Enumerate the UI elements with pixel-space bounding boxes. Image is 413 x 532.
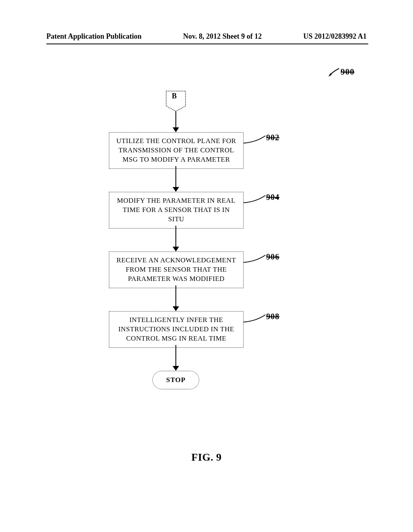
arrow-3-line [175, 226, 176, 247]
arrow-4-head [173, 306, 179, 311]
leader-906 [244, 254, 266, 263]
leader-908 [244, 314, 266, 323]
arrow-2-head [173, 187, 179, 192]
arrow-4-line [175, 285, 176, 307]
figure-label: FIG. 9 [0, 451, 413, 463]
ref-900-number: 900 [341, 67, 355, 77]
page-header: Patent Application Publication Nov. 8, 2… [0, 32, 413, 41]
step-902-box: UTILIZE THE CONTROL PLANE FOR TRANSMISSI… [109, 132, 244, 169]
arrow-3-head [173, 247, 179, 251]
step-906-box: RECEIVE AN ACKNOWLEDGEMENT FROM THE SENS… [109, 251, 244, 288]
step-904-box: MODIFY THE PARAMETER IN REAL TIME FOR A … [109, 192, 244, 229]
ref-902: 902 [266, 133, 280, 142]
header-right: US 2012/0283992 A1 [303, 32, 367, 41]
header-center: Nov. 8, 2012 Sheet 9 of 12 [183, 32, 262, 41]
ref-906: 906 [266, 252, 280, 262]
figure-reference-900: 900 [327, 67, 355, 77]
leader-904 [244, 195, 266, 204]
arrow-1-line [175, 111, 176, 128]
connector-b-label: B [172, 92, 177, 100]
ref-908: 908 [266, 312, 280, 321]
header-rule [46, 44, 368, 44]
curved-leader-arrow-icon [327, 67, 341, 77]
arrow-1-head [173, 127, 179, 132]
leader-902 [244, 135, 266, 144]
step-908-box: INTELLIGENTLY INFER THE INSTRUCTIONS INC… [109, 311, 244, 348]
arrow-2-line [175, 166, 176, 188]
header-left: Patent Application Publication [46, 32, 142, 41]
terminator-stop: STOP [152, 371, 199, 389]
arrow-5-line [175, 345, 176, 367]
ref-904: 904 [266, 193, 280, 202]
arrow-5-head [173, 366, 179, 371]
